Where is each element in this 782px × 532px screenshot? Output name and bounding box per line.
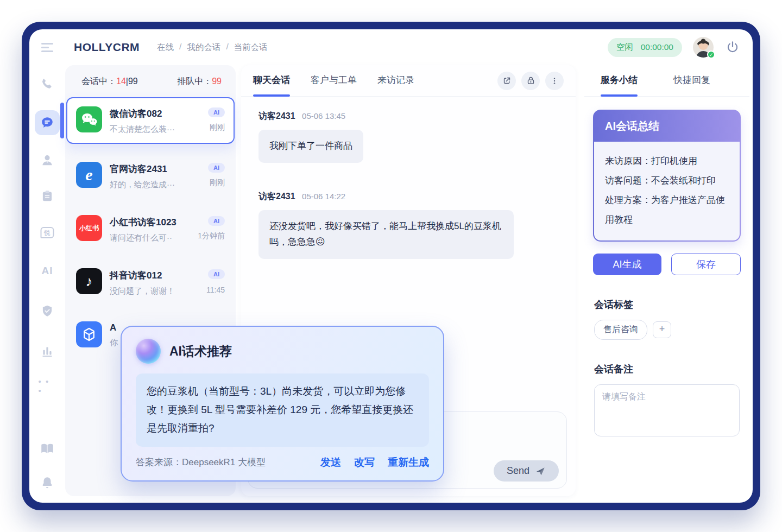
status-label: 空闲 xyxy=(616,42,633,53)
kebab-menu-icon[interactable] xyxy=(545,72,564,90)
in-session-label: 会话中： xyxy=(81,77,116,86)
ai-source-label: 答案来源：DeepseekR1 大模型 xyxy=(136,456,266,468)
rewrite-link[interactable]: 改写 xyxy=(354,455,375,470)
conversation-list: 微信访客082 不太清楚怎么装··· AI 刚刚 e 官网访客2431 好的，给… xyxy=(65,94,236,356)
message-group: 访客2431 05-06 14:22 还没发货吧，我好像买错了，能马上帮我换成5… xyxy=(258,191,558,259)
shield-icon[interactable] xyxy=(40,304,54,318)
breadcrumb-my-sessions[interactable]: 我的会话 xyxy=(187,42,220,53)
ai-generate-button[interactable]: AI生成 xyxy=(593,254,661,275)
conversation-preview: 好的，给您造成··· xyxy=(110,180,200,190)
breadcrumb: 在线 / 我的会话 / 当前会话 xyxy=(157,42,268,53)
online-check-icon: ✓ xyxy=(707,50,715,59)
conversation-preview: 请问还有什么可·· xyxy=(110,233,190,243)
send-suggestion-link[interactable]: 发送 xyxy=(320,455,341,470)
stats-icon[interactable] xyxy=(40,344,54,358)
ai-nav-icon[interactable]: AI xyxy=(42,265,53,277)
breadcrumb-current-session[interactable]: 当前会话 xyxy=(234,42,268,53)
ai-badge: AI xyxy=(208,269,225,279)
conversation-name: 小红书访客1023 xyxy=(110,216,190,229)
conversation-item-wechat[interactable]: 微信访客082 不太清楚怎么装··· AI 刚刚 xyxy=(66,97,235,144)
more-icon[interactable]: • • • xyxy=(39,377,56,395)
in-session-count: 14 xyxy=(116,77,126,86)
book-icon[interactable] xyxy=(40,442,55,456)
top-bar: HOLLYCRM 在线 / 我的会话 / 当前会话 空闲 00:00:00 ✓ xyxy=(29,29,753,65)
ai-popup-title: AI话术推荐 xyxy=(169,343,232,360)
conversation-name: 官网访客2431 xyxy=(110,163,200,175)
phone-icon[interactable] xyxy=(40,77,54,91)
chat-tab-bar: 聊天会话 客户与工单 来访记录 xyxy=(241,65,576,97)
bell-icon[interactable] xyxy=(40,476,54,490)
douyin-icon: ♪ xyxy=(76,268,102,294)
lock-icon[interactable] xyxy=(521,72,540,90)
message-bubble: 还没发货吧，我好像买错了，能马上帮我换成5L的豆浆机吗，急急急😖 xyxy=(258,210,514,259)
tab-quick-reply[interactable]: 快捷回复 xyxy=(673,65,710,97)
conversation-time: 刚刚 xyxy=(210,123,225,132)
queue-count: 99 xyxy=(212,77,222,86)
yue-chat-icon[interactable]: 悦 xyxy=(41,227,54,238)
conversation-item-xiaohongshu[interactable]: 小红书 小红书访客1023 请问还有什么可·· AI 1分钟前 xyxy=(72,207,229,251)
app-frame: HOLLYCRM 在线 / 我的会话 / 当前会话 空闲 00:00:00 ✓ xyxy=(22,22,760,510)
notes-textarea[interactable] xyxy=(594,384,740,436)
status-timer: 00:00:00 xyxy=(641,42,673,52)
notes-title: 会话备注 xyxy=(594,363,740,376)
message-group: 访客2431 05-06 13:45 我刚下单了一件商品 xyxy=(258,111,558,163)
add-tag-button[interactable]: + xyxy=(653,321,671,338)
ai-summary-title: AI会话总结 xyxy=(594,111,740,142)
ai-summary-card: AI会话总结 来访原因：打印机使用 访客问题：不会装纸和打印 处理方案：为客户推… xyxy=(593,110,741,242)
miniapp-cube-icon xyxy=(76,321,102,347)
conversation-item-web[interactable]: e 官网访客2431 好的，给您造成··· AI 刚刚 xyxy=(72,154,229,198)
message-sender: 访客2431 xyxy=(258,111,295,121)
app-window: HOLLYCRM 在线 / 我的会话 / 当前会话 空闲 00:00:00 ✓ xyxy=(29,29,753,503)
menu-icon[interactable] xyxy=(41,41,54,54)
contacts-icon[interactable] xyxy=(40,153,54,167)
ai-badge: AI xyxy=(208,163,225,173)
share-icon[interactable] xyxy=(497,72,516,90)
in-session-total: |99 xyxy=(126,77,138,86)
conversation-counters: 会话中：14|99 排队中：99 xyxy=(65,65,236,94)
message-bubble: 我刚下单了一件商品 xyxy=(258,130,363,163)
send-button[interactable]: Send xyxy=(494,460,559,482)
conversation-preview: 不太清楚怎么装··· xyxy=(110,124,200,135)
ai-suggestion-text: 您的豆浆机（当前型号：3L）尚未发货，可以立即为您修改！更换到 5L 型号需要补… xyxy=(136,373,429,447)
conversation-time: 1分钟前 xyxy=(198,231,225,241)
summary-tab-bar: 服务小结 快捷回复 xyxy=(584,65,749,97)
message-time: 05-06 13:45 xyxy=(302,111,345,121)
conversation-preview: 没问题了，谢谢！ xyxy=(110,286,199,296)
tab-customer-ticket[interactable]: 客户与工单 xyxy=(311,65,357,97)
tags-title: 会话标签 xyxy=(594,298,740,311)
send-label: Send xyxy=(507,465,529,477)
conversation-item-douyin[interactable]: ♪ 抖音访客012 没问题了，谢谢！ AI 11:45 xyxy=(72,260,229,305)
ai-badge: AI xyxy=(208,216,225,226)
message-list: 访客2431 05-06 13:45 我刚下单了一件商品 访客2431 05-0… xyxy=(241,97,576,273)
power-icon[interactable] xyxy=(726,40,740,54)
wechat-icon xyxy=(76,106,102,132)
summary-line-solution: 处理方案：为客户推送产品使用教程 xyxy=(605,191,729,230)
breadcrumb-online[interactable]: 在线 xyxy=(157,42,174,53)
conversation-time: 刚刚 xyxy=(210,178,225,188)
conversation-name: 微信访客082 xyxy=(110,107,200,120)
tag-after-sales[interactable]: 售后咨询 xyxy=(594,320,647,340)
queue-label: 排队中： xyxy=(177,77,212,86)
brand-logo: HOLLYCRM xyxy=(74,41,140,54)
conversation-time: 11:45 xyxy=(206,286,225,294)
agent-status-badge[interactable]: 空闲 00:00:00 xyxy=(608,38,682,57)
conversation-name: 抖音访客012 xyxy=(110,269,199,282)
paper-plane-icon xyxy=(535,466,546,477)
regenerate-link[interactable]: 重新生成 xyxy=(388,455,429,470)
ai-suggestion-popup: AI话术推荐 您的豆浆机（当前型号：3L）尚未发货，可以立即为您修改！更换到 5… xyxy=(121,326,444,482)
xiaohongshu-icon: 小红书 xyxy=(76,215,102,241)
clipboard-icon[interactable] xyxy=(40,189,54,203)
chat-nav-icon[interactable] xyxy=(35,110,60,135)
save-button[interactable]: 保存 xyxy=(671,254,741,275)
tab-service-summary[interactable]: 服务小结 xyxy=(601,65,638,97)
avatar[interactable]: ✓ xyxy=(693,37,714,58)
ai-orb-icon xyxy=(136,339,161,364)
summary-line-reason: 来访原因：打印机使用 xyxy=(605,151,729,171)
browser-icon: e xyxy=(76,162,102,188)
summary-line-issue: 访客问题：不会装纸和打印 xyxy=(605,171,729,191)
message-time: 05-06 14:22 xyxy=(302,192,345,201)
tab-visit-history[interactable]: 来访记录 xyxy=(377,65,414,97)
tab-chat-session[interactable]: 聊天会话 xyxy=(253,65,290,97)
summary-panel: 服务小结 快捷回复 AI会话总结 来访原因：打印机使用 访客问题：不会装纸和打印… xyxy=(584,65,749,496)
ai-badge: AI xyxy=(208,107,225,117)
